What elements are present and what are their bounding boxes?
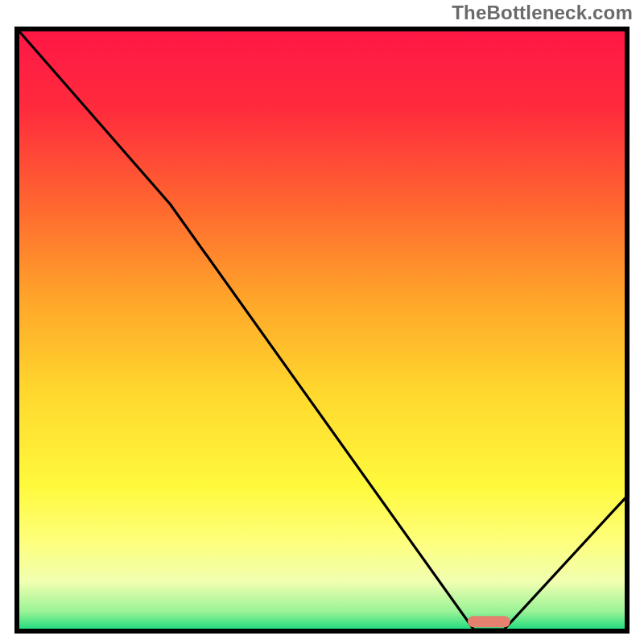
chart-container: TheBottleneck.com — [0, 0, 644, 644]
plot-background — [19, 31, 625, 630]
bottleneck-chart — [12, 24, 632, 636]
optimum-marker — [468, 616, 510, 627]
watermark-text: TheBottleneck.com — [452, 2, 633, 24]
